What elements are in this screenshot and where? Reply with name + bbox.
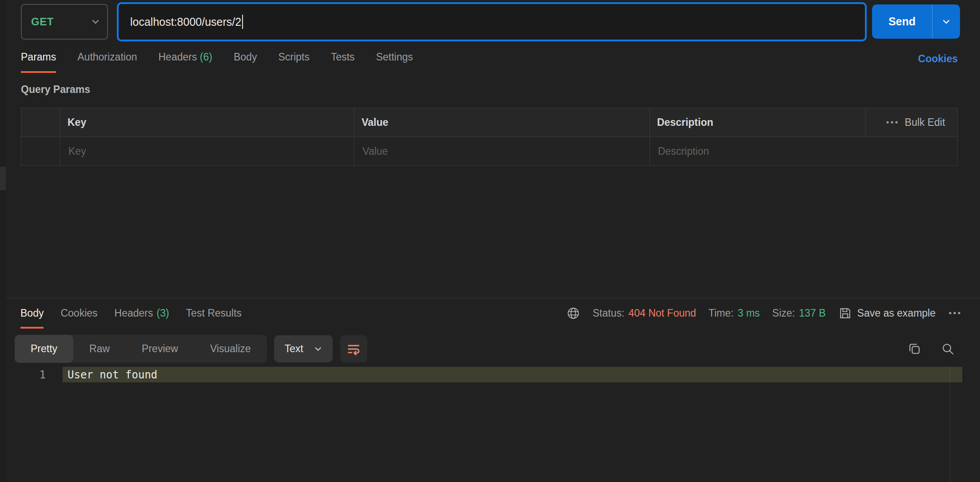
copy-response-button[interactable]	[908, 342, 921, 356]
send-label: Send	[888, 15, 916, 28]
network-globe-icon[interactable]	[566, 306, 580, 320]
save-floppy-icon	[838, 306, 852, 320]
tab-body[interactable]: Body	[234, 51, 257, 73]
send-button-group: Send	[872, 4, 960, 39]
response-pane: Body Cookies Headers(3) Test Results Sta…	[6, 298, 980, 482]
line-wrap-button[interactable]	[340, 335, 367, 362]
url-text: localhost:8000/users/2	[130, 16, 241, 28]
bulk-edit-button[interactable]: Bulk Edit	[866, 108, 957, 137]
key-column-header: Key	[60, 108, 355, 137]
chevron-down-icon	[941, 16, 952, 27]
request-tabs: Params Authorization Headers (6) Body Sc…	[21, 51, 918, 73]
value-column-header: Value	[355, 108, 650, 137]
response-tabs: Body Cookies Headers(3) Test Results	[20, 298, 242, 328]
row-checkbox-cell	[21, 137, 60, 165]
response-meta-bar: Status: 404 Not Found Time: 3 ms Size: 1…	[566, 306, 961, 320]
line-wrap-icon	[346, 341, 361, 357]
response-body-editor[interactable]: 1 User not found	[6, 367, 980, 482]
tab-params[interactable]: Params	[21, 51, 56, 73]
tab-authorization[interactable]: Authorization	[77, 51, 137, 73]
response-tab-headers[interactable]: Headers(3)	[115, 299, 169, 329]
left-sidebar-rail	[0, 0, 6, 482]
table-header-row: Key Value Description Bulk Edit	[21, 108, 957, 137]
response-headers-count-badge: (3)	[156, 307, 169, 319]
response-tab-test-results[interactable]: Test Results	[186, 299, 242, 329]
description-input[interactable]	[657, 145, 942, 158]
response-more-actions-icon[interactable]	[948, 309, 961, 317]
checkbox-column-header	[21, 108, 60, 137]
view-mode-switcher: Pretty Raw Preview Visualize	[15, 335, 267, 363]
tab-scripts[interactable]: Scripts	[278, 51, 309, 73]
description-cell	[650, 137, 957, 165]
copy-icon	[908, 342, 921, 356]
send-options-button[interactable]	[932, 4, 960, 39]
request-tabs-bar: Params Authorization Headers (6) Body Sc…	[21, 51, 958, 73]
response-tab-cookies[interactable]: Cookies	[60, 299, 97, 329]
response-toolbar: Pretty Raw Preview Visualize Text	[6, 335, 980, 363]
chevron-down-icon	[90, 16, 101, 27]
view-mode-pretty[interactable]: Pretty	[15, 335, 73, 363]
chevron-down-icon	[313, 344, 323, 354]
status-indicator: Status: 404 Not Found	[593, 307, 696, 319]
text-caret	[242, 15, 243, 29]
url-input[interactable]: localhost:8000/users/2	[117, 2, 867, 41]
time-value: 3 ms	[737, 307, 760, 319]
method-label: GET	[31, 16, 54, 28]
tab-headers[interactable]: Headers (6)	[159, 51, 212, 73]
description-column-header: Description	[650, 108, 866, 137]
headers-count-badge: (6)	[200, 51, 212, 63]
search-icon	[941, 342, 955, 356]
tab-tests[interactable]: Tests	[331, 51, 355, 73]
size-indicator: Size: 137 B	[772, 307, 825, 319]
size-value: 137 B	[799, 307, 825, 319]
view-mode-visualize[interactable]: Visualize	[194, 335, 267, 363]
value-input[interactable]	[362, 145, 635, 158]
cookies-link[interactable]: Cookies	[918, 53, 958, 73]
value-cell	[355, 137, 650, 165]
key-input[interactable]	[68, 145, 340, 158]
tab-settings[interactable]: Settings	[376, 51, 413, 73]
key-cell	[60, 137, 355, 165]
time-indicator: Time: 3 ms	[709, 307, 760, 319]
format-selected-label: Text	[285, 343, 303, 355]
editor-ruler-line	[950, 367, 950, 482]
code-line-1: 1 User not found	[6, 367, 980, 382]
send-button[interactable]: Send	[872, 4, 932, 39]
line-number: 1	[6, 369, 63, 381]
method-dropdown[interactable]: GET	[21, 4, 108, 40]
save-as-example-button[interactable]: Save as example	[838, 306, 936, 320]
line-content[interactable]: User not found	[63, 367, 962, 382]
response-header: Body Cookies Headers(3) Test Results Sta…	[6, 298, 980, 328]
view-mode-raw[interactable]: Raw	[73, 335, 126, 363]
request-url-bar: GET localhost:8000/users/2 Send	[21, 3, 960, 40]
response-tab-body[interactable]: Body	[20, 299, 44, 329]
query-params-table: Key Value Description Bulk Edit	[21, 108, 958, 166]
search-response-button[interactable]	[941, 342, 955, 356]
view-mode-preview[interactable]: Preview	[126, 335, 194, 363]
more-dots-icon	[885, 119, 899, 126]
sidebar-drag-handle[interactable]	[0, 167, 6, 190]
format-dropdown[interactable]: Text	[274, 335, 333, 362]
table-row	[21, 137, 957, 165]
query-params-title: Query Params	[21, 84, 980, 96]
status-value: 404 Not Found	[629, 307, 696, 319]
